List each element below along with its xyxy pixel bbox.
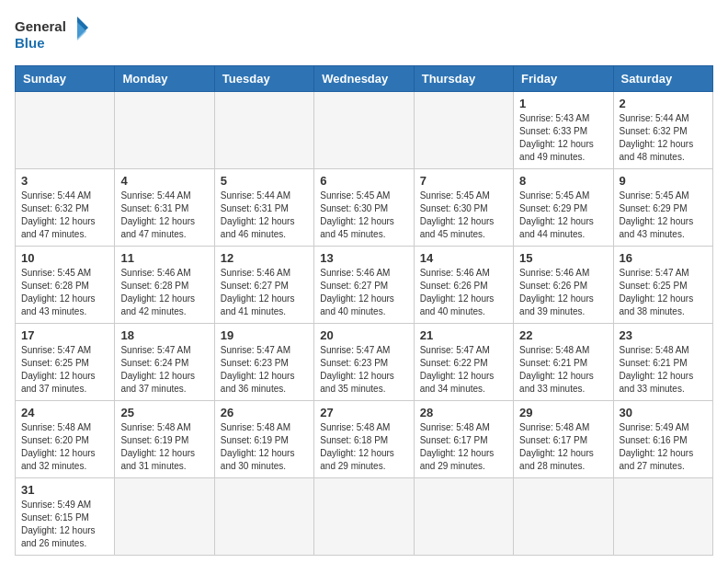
calendar-cell: 21Sunrise: 5:47 AM Sunset: 6:22 PM Dayli… xyxy=(414,324,513,401)
calendar-cell: 6Sunrise: 5:45 AM Sunset: 6:30 PM Daylig… xyxy=(314,169,414,247)
day-info: Sunrise: 5:44 AM Sunset: 6:31 PM Dayligh… xyxy=(120,190,208,241)
calendar-cell: 4Sunrise: 5:44 AM Sunset: 6:31 PM Daylig… xyxy=(115,169,214,247)
calendar-cell: 14Sunrise: 5:46 AM Sunset: 6:26 PM Dayli… xyxy=(414,247,513,324)
day-number: 21 xyxy=(420,328,507,342)
page-header: General Blue xyxy=(15,15,713,56)
calendar-cell: 27Sunrise: 5:48 AM Sunset: 6:18 PM Dayli… xyxy=(314,401,414,478)
day-info: Sunrise: 5:47 AM Sunset: 6:24 PM Dayligh… xyxy=(120,344,208,396)
calendar-cell xyxy=(314,478,414,556)
day-number: 22 xyxy=(519,328,607,342)
weekday-header-row: SundayMondayTuesdayWednesdayThursdayFrid… xyxy=(16,66,713,92)
day-number: 4 xyxy=(120,174,208,188)
calendar-cell: 19Sunrise: 5:47 AM Sunset: 6:23 PM Dayli… xyxy=(214,324,313,401)
calendar-cell: 5Sunrise: 5:44 AM Sunset: 6:31 PM Daylig… xyxy=(214,169,313,247)
calendar-cell: 10Sunrise: 5:45 AM Sunset: 6:28 PM Dayli… xyxy=(16,247,115,324)
calendar-cell xyxy=(115,92,214,169)
day-number: 12 xyxy=(221,251,308,265)
day-number: 29 xyxy=(519,406,607,419)
calendar-cell: 26Sunrise: 5:48 AM Sunset: 6:19 PM Dayli… xyxy=(214,401,313,478)
weekday-header-sunday: Sunday xyxy=(16,66,115,92)
calendar-cell: 16Sunrise: 5:47 AM Sunset: 6:25 PM Dayli… xyxy=(613,247,712,324)
day-info: Sunrise: 5:48 AM Sunset: 6:19 PM Dayligh… xyxy=(120,421,208,473)
calendar-cell xyxy=(314,92,414,169)
weekday-header-monday: Monday xyxy=(115,66,214,92)
calendar-cell: 1Sunrise: 5:43 AM Sunset: 6:33 PM Daylig… xyxy=(514,92,613,169)
calendar-cell: 15Sunrise: 5:46 AM Sunset: 6:26 PM Dayli… xyxy=(514,247,613,324)
calendar-cell xyxy=(214,92,313,169)
day-info: Sunrise: 5:44 AM Sunset: 6:31 PM Dayligh… xyxy=(221,190,308,241)
day-info: Sunrise: 5:43 AM Sunset: 6:33 PM Dayligh… xyxy=(519,112,607,164)
svg-text:Blue: Blue xyxy=(15,35,45,51)
day-info: Sunrise: 5:47 AM Sunset: 6:25 PM Dayligh… xyxy=(620,267,707,318)
day-number: 24 xyxy=(21,406,108,419)
day-info: Sunrise: 5:44 AM Sunset: 6:32 PM Dayligh… xyxy=(21,190,108,241)
day-info: Sunrise: 5:49 AM Sunset: 6:15 PM Dayligh… xyxy=(21,499,108,550)
calendar-cell: 3Sunrise: 5:44 AM Sunset: 6:32 PM Daylig… xyxy=(16,169,115,247)
day-number: 19 xyxy=(221,328,308,342)
calendar-cell: 8Sunrise: 5:45 AM Sunset: 6:29 PM Daylig… xyxy=(514,169,613,247)
calendar-cell: 18Sunrise: 5:47 AM Sunset: 6:24 PM Dayli… xyxy=(115,324,214,401)
day-number: 28 xyxy=(420,406,507,419)
day-info: Sunrise: 5:48 AM Sunset: 6:19 PM Dayligh… xyxy=(221,421,308,473)
svg-text:General: General xyxy=(15,18,66,34)
weekday-header-friday: Friday xyxy=(514,66,613,92)
day-info: Sunrise: 5:48 AM Sunset: 6:20 PM Dayligh… xyxy=(21,421,108,473)
calendar-cell xyxy=(414,478,513,556)
calendar-cell xyxy=(16,92,115,169)
day-number: 2 xyxy=(620,97,707,110)
calendar-cell: 13Sunrise: 5:46 AM Sunset: 6:27 PM Dayli… xyxy=(314,247,414,324)
calendar-cell xyxy=(613,478,712,556)
calendar-cell: 11Sunrise: 5:46 AM Sunset: 6:28 PM Dayli… xyxy=(115,247,214,324)
calendar-week-0: 1Sunrise: 5:43 AM Sunset: 6:33 PM Daylig… xyxy=(16,92,713,169)
calendar-week-2: 10Sunrise: 5:45 AM Sunset: 6:28 PM Dayli… xyxy=(16,247,713,324)
calendar-cell: 31Sunrise: 5:49 AM Sunset: 6:15 PM Dayli… xyxy=(16,478,115,556)
day-info: Sunrise: 5:46 AM Sunset: 6:27 PM Dayligh… xyxy=(320,267,407,318)
calendar-week-4: 24Sunrise: 5:48 AM Sunset: 6:20 PM Dayli… xyxy=(16,401,713,478)
day-info: Sunrise: 5:48 AM Sunset: 6:17 PM Dayligh… xyxy=(420,421,507,473)
calendar-week-3: 17Sunrise: 5:47 AM Sunset: 6:25 PM Dayli… xyxy=(16,324,713,401)
calendar-cell: 22Sunrise: 5:48 AM Sunset: 6:21 PM Dayli… xyxy=(514,324,613,401)
calendar-table: SundayMondayTuesdayWednesdayThursdayFrid… xyxy=(15,65,713,556)
day-info: Sunrise: 5:45 AM Sunset: 6:28 PM Dayligh… xyxy=(21,267,108,318)
calendar-cell: 25Sunrise: 5:48 AM Sunset: 6:19 PM Dayli… xyxy=(115,401,214,478)
day-number: 3 xyxy=(21,174,108,188)
calendar-cell xyxy=(115,478,214,556)
calendar-cell xyxy=(514,478,613,556)
calendar-cell: 29Sunrise: 5:48 AM Sunset: 6:17 PM Dayli… xyxy=(514,401,613,478)
day-info: Sunrise: 5:45 AM Sunset: 6:30 PM Dayligh… xyxy=(420,190,507,241)
calendar-cell: 7Sunrise: 5:45 AM Sunset: 6:30 PM Daylig… xyxy=(414,169,513,247)
day-info: Sunrise: 5:47 AM Sunset: 6:23 PM Dayligh… xyxy=(320,344,407,396)
calendar-week-1: 3Sunrise: 5:44 AM Sunset: 6:32 PM Daylig… xyxy=(16,169,713,247)
weekday-header-tuesday: Tuesday xyxy=(214,66,313,92)
day-info: Sunrise: 5:47 AM Sunset: 6:22 PM Dayligh… xyxy=(420,344,507,396)
generalblue-logo: General Blue xyxy=(15,15,88,56)
day-info: Sunrise: 5:46 AM Sunset: 6:27 PM Dayligh… xyxy=(221,267,308,318)
day-number: 10 xyxy=(21,251,108,265)
calendar-cell: 23Sunrise: 5:48 AM Sunset: 6:21 PM Dayli… xyxy=(613,324,712,401)
weekday-header-wednesday: Wednesday xyxy=(314,66,414,92)
calendar-cell: 2Sunrise: 5:44 AM Sunset: 6:32 PM Daylig… xyxy=(613,92,712,169)
weekday-header-thursday: Thursday xyxy=(414,66,513,92)
day-info: Sunrise: 5:45 AM Sunset: 6:29 PM Dayligh… xyxy=(620,190,707,241)
day-info: Sunrise: 5:49 AM Sunset: 6:16 PM Dayligh… xyxy=(620,421,707,473)
day-number: 18 xyxy=(120,328,208,342)
day-info: Sunrise: 5:46 AM Sunset: 6:28 PM Dayligh… xyxy=(120,267,208,318)
day-info: Sunrise: 5:44 AM Sunset: 6:32 PM Dayligh… xyxy=(620,112,707,164)
day-number: 26 xyxy=(221,406,308,419)
day-info: Sunrise: 5:48 AM Sunset: 6:18 PM Dayligh… xyxy=(320,421,407,473)
day-number: 7 xyxy=(420,174,507,188)
day-number: 27 xyxy=(320,406,407,419)
day-number: 17 xyxy=(21,328,108,342)
calendar-cell: 17Sunrise: 5:47 AM Sunset: 6:25 PM Dayli… xyxy=(16,324,115,401)
calendar-cell xyxy=(414,92,513,169)
calendar-cell: 28Sunrise: 5:48 AM Sunset: 6:17 PM Dayli… xyxy=(414,401,513,478)
calendar-cell: 12Sunrise: 5:46 AM Sunset: 6:27 PM Dayli… xyxy=(214,247,313,324)
day-info: Sunrise: 5:47 AM Sunset: 6:25 PM Dayligh… xyxy=(21,344,108,396)
day-number: 15 xyxy=(519,251,607,265)
day-info: Sunrise: 5:48 AM Sunset: 6:21 PM Dayligh… xyxy=(519,344,607,396)
day-number: 8 xyxy=(519,174,607,188)
calendar-cell: 30Sunrise: 5:49 AM Sunset: 6:16 PM Dayli… xyxy=(613,401,712,478)
day-number: 23 xyxy=(620,328,707,342)
calendar-cell xyxy=(214,478,313,556)
weekday-header-saturday: Saturday xyxy=(613,66,712,92)
